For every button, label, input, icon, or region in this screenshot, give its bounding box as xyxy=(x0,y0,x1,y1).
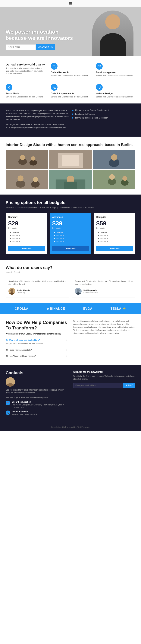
footer-bottom: Sample text. Click to select the Text El… xyxy=(0,423,141,431)
service-item-3: Calls & Appointments Sample text. Click … xyxy=(51,82,90,100)
svg-point-3 xyxy=(10,86,10,87)
hamburger-menu[interactable] xyxy=(68,2,72,4)
faq-header-0: 01. What is off page seo link building? … xyxy=(6,339,68,341)
pricing-feature-c-2: Feature 3 xyxy=(96,238,133,240)
pricing-cards: Standart $29 Per Month 15 Users Feature … xyxy=(6,213,135,254)
footer-phone-row: 📞 Phone (Landline) +512 567 8987 +512 35… xyxy=(6,410,68,416)
svg-line-6 xyxy=(8,88,10,88)
pricing-card-advanced: Advanced $39 Per Month 15 Users Feature … xyxy=(50,213,91,254)
pricing-plan-advanced: Advanced xyxy=(52,216,89,218)
pricing-period-advanced: Per Month xyxy=(52,227,89,229)
svg-point-5 xyxy=(10,88,10,89)
pricing-section: Pricing options for all budgets Excepteu… xyxy=(0,194,141,260)
testimonial-card-1: Sample text. Click to select the text bo… xyxy=(72,277,135,298)
testimonial-avatar-1 xyxy=(75,288,82,295)
pricing-feature-c-3: Feature 4 xyxy=(96,241,133,243)
pricing-feature-a-0: 15 Users xyxy=(52,232,89,234)
dark-list-item-1: Leading with Finance xyxy=(72,113,135,115)
location-icon: 📍 xyxy=(6,401,10,405)
faq-item-0[interactable]: 01. What is off page seo link building? … xyxy=(6,337,68,347)
pricing-period-complite: Per Month xyxy=(96,227,133,229)
dark-left: Amet luctus venenatis lectus magna fring… xyxy=(6,109,68,131)
testimonials-image-credit: Image by Freepik xyxy=(6,271,135,273)
svg-point-24 xyxy=(18,176,24,182)
faq-item-2[interactable]: 03. Plan Ahead For Home Painting? ▼ xyxy=(6,353,68,359)
footer-newsletter-submit[interactable]: SUBMIT xyxy=(123,383,135,388)
svg-point-37 xyxy=(9,292,14,295)
footer-contacts-col: Contacts Use our contact form for all in… xyxy=(6,370,68,418)
hero-person-body xyxy=(100,33,126,56)
faq-header-2: 03. Plan Ahead For Home Painting? ▼ xyxy=(6,355,68,357)
studio-images xyxy=(6,150,135,189)
email-management-icon xyxy=(96,63,103,70)
pricing-period-standart: Per Month xyxy=(8,227,45,229)
online-research-icon xyxy=(51,63,58,70)
service-first-title: Our call service world quality xyxy=(6,63,45,66)
service-title-3: Calls & Appointments xyxy=(51,92,90,95)
pricing-card-complite: Complite $59 Per Month 15 Users Feature … xyxy=(94,213,135,254)
pricing-features-complite: 15 Users Feature 2 Feature 3 Feature 4 xyxy=(96,232,133,243)
svg-point-4 xyxy=(8,87,9,88)
brand-crolla: CROLLA xyxy=(15,307,28,310)
footer-newsletter-title: Sign up for the newsletter xyxy=(73,370,135,373)
service-item-0: Online Research Sample text. Click to se… xyxy=(51,61,90,79)
service-title-0: Online Research xyxy=(51,71,90,74)
hero-person-face xyxy=(105,14,120,29)
testimonials-section: What do our users say? Image by Freepik … xyxy=(0,260,141,303)
faq-arrow-0: ▼ xyxy=(66,339,68,341)
hero-email-input[interactable] xyxy=(6,44,36,50)
faq-item-1[interactable]: 02. House Painting Essentials? ▼ xyxy=(6,347,68,353)
pricing-plan-complite: Complite xyxy=(96,216,133,218)
pricing-download-advanced[interactable]: Download ↓ xyxy=(52,246,89,251)
studio-image-2 xyxy=(49,150,92,169)
pricing-download-standart[interactable]: Download ↓ xyxy=(8,246,45,251)
testimonial-name-1: Nat Reynolds xyxy=(84,289,98,292)
hero-form: CONTACT US xyxy=(6,44,81,50)
pricing-plan-standart: Standart xyxy=(8,216,45,218)
transform-left: How Do We Help Companies To Transform? W… xyxy=(6,320,68,359)
service-title-2: Social Media xyxy=(6,92,45,95)
svg-point-13 xyxy=(20,155,25,160)
pricing-title: Pricing options for all budgets xyxy=(6,200,135,205)
dark-list-item-2: Harvard Business School Collection xyxy=(72,117,135,119)
testimonials-grid: Sample text. Click to select the text bo… xyxy=(6,277,135,298)
dark-list-item-0: Managing Your Career Development xyxy=(72,109,135,112)
pricing-feature-a-1: Feature 2 xyxy=(52,234,89,237)
pricing-feature-c-0: 15 Users xyxy=(96,232,133,234)
footer-feel-free: Feel free to get in touch with us via em… xyxy=(6,396,68,399)
studio-image-5 xyxy=(49,170,92,189)
faq-arrow-1: ▼ xyxy=(66,349,68,351)
dark-paragraph-1: Amet luctus venenatis lectus magna fring… xyxy=(6,109,68,121)
footer-bottom-text: Sample text. Click to select the Text El… xyxy=(51,426,90,428)
service-text-3: Sample text. Click to select the Text El… xyxy=(51,96,90,98)
testimonials-title: What do our users say? xyxy=(6,265,135,270)
svg-point-33 xyxy=(109,174,115,180)
footer-grid: Contacts Use our contact form for all in… xyxy=(6,370,135,418)
pricing-download-complite[interactable]: Download ↓ xyxy=(96,246,133,251)
dark-paragraph-2: Nec feugiat nisl pretium fusce id. Justo… xyxy=(6,123,68,129)
svg-point-39 xyxy=(76,292,81,295)
service-item-4: Website Design Sample text. Click to sel… xyxy=(96,82,135,100)
services-section: Our call service world quality Rhoncus d… xyxy=(0,56,141,104)
pricing-price-standart: $29 xyxy=(8,220,45,227)
studio-section: Interior Design Studio with a human cent… xyxy=(0,136,141,194)
pricing-feature-c-1: Feature 2 xyxy=(96,234,133,237)
pricing-price-advanced: $39 xyxy=(52,220,89,227)
testimonial-role-0: Secretary xyxy=(17,292,30,294)
svg-point-14 xyxy=(30,160,37,165)
transform-subtitle: We created our own Digital Transformatio… xyxy=(6,333,68,335)
transform-title: How Do We Help Companies To Transform? xyxy=(6,320,68,331)
svg-point-40 xyxy=(8,378,12,383)
transform-section: How Do We Help Companies To Transform? W… xyxy=(0,314,141,365)
pricing-feature-s-0: 15 Users xyxy=(8,232,45,234)
svg-point-26 xyxy=(33,177,38,182)
hero-cta-button[interactable]: CONTACT US xyxy=(36,44,55,50)
footer-newsletter-input[interactable] xyxy=(73,383,123,388)
footer-phone-info: Phone (Landline) +512 567 8987 +512 352 … xyxy=(12,410,38,416)
testimonial-person-1: Nat Reynolds Chief Accountant xyxy=(75,288,132,295)
hero-person-image xyxy=(92,10,134,56)
svg-rect-18 xyxy=(62,155,79,166)
svg-point-0 xyxy=(53,65,55,67)
svg-rect-22 xyxy=(6,170,48,189)
footer-phone-numbers: +512 567 8987 +512 352 3536 xyxy=(12,413,38,416)
